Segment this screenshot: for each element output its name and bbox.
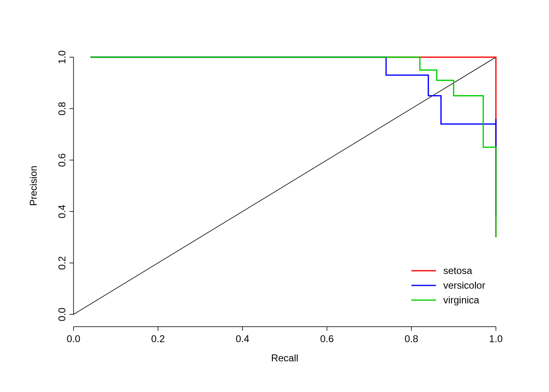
y-tick-label: 0.6	[56, 153, 67, 167]
legend-label: versicolor	[443, 280, 485, 291]
legend-label: setosa	[443, 265, 472, 276]
pr-chart: 0.00.20.40.60.81.00.00.20.40.60.81.0Reca…	[0, 0, 549, 392]
x-tick-label: 0.4	[236, 333, 249, 344]
y-tick-label: 0.8	[56, 102, 67, 115]
series-versicolor	[90, 57, 496, 217]
y-tick-label: 1.0	[56, 50, 67, 64]
y-tick-label: 0.0	[56, 307, 67, 321]
series-setosa	[90, 57, 496, 237]
x-tick-label: 0.0	[67, 333, 80, 344]
x-tick-label: 0.6	[320, 333, 334, 344]
plot-svg: 0.00.20.40.60.81.00.00.20.40.60.81.0Reca…	[0, 0, 549, 392]
x-tick-label: 0.8	[405, 333, 418, 344]
series-virginica	[90, 57, 496, 237]
y-axis-label: Precision	[28, 166, 39, 206]
x-tick-label: 1.0	[489, 333, 502, 344]
x-axis-label: Recall	[271, 352, 299, 363]
y-tick-label: 0.4	[56, 205, 67, 218]
legend-label: virginica	[443, 294, 480, 305]
y-tick-label: 0.2	[56, 256, 67, 270]
x-tick-label: 0.2	[151, 333, 165, 344]
